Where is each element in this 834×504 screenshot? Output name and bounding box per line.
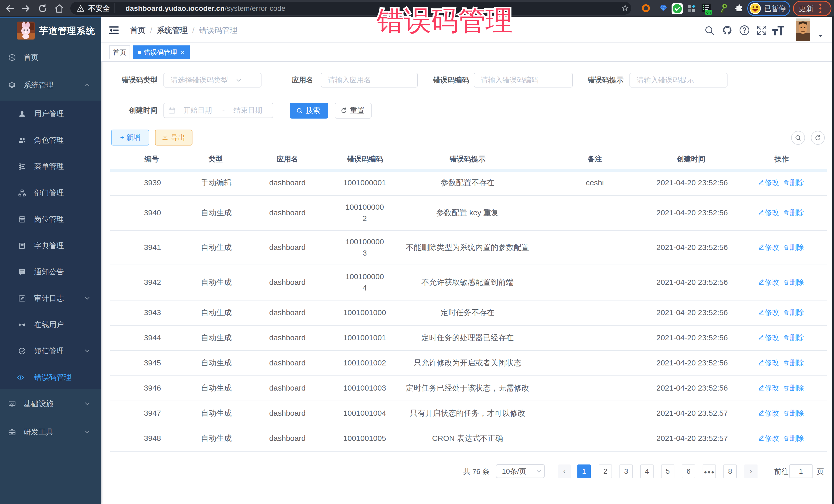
svg-text:on: on xyxy=(706,10,710,14)
